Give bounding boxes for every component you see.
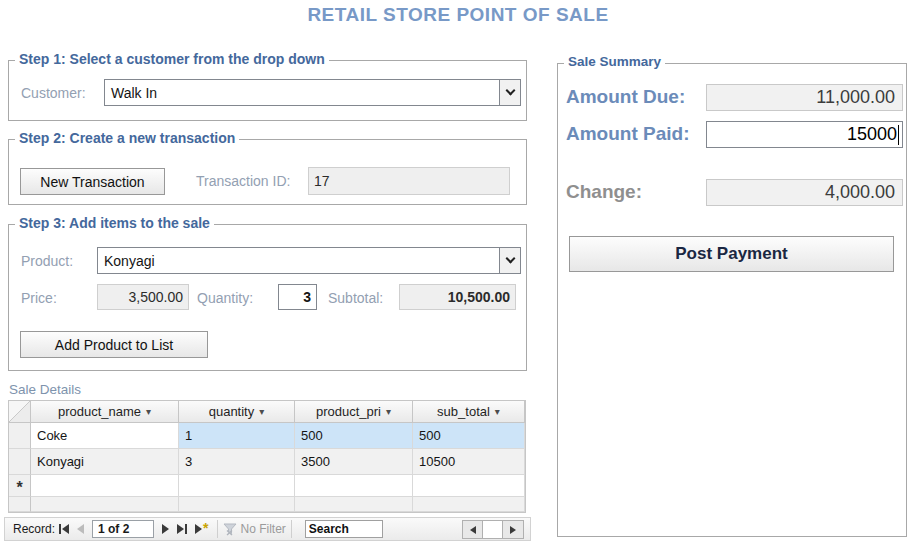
amount-paid-value: 15000 <box>847 124 897 145</box>
row-selector[interactable] <box>9 449 31 475</box>
amount-due-label: Amount Due: <box>566 86 685 108</box>
column-header-sub-total[interactable]: sub_total▾ <box>413 401 525 423</box>
amount-paid-field[interactable]: 15000 <box>706 121 903 148</box>
first-record-button[interactable] <box>59 524 69 534</box>
no-filter-label: No Filter <box>240 522 285 536</box>
new-record-button[interactable]: * <box>195 523 208 536</box>
column-dropdown-icon[interactable]: ▾ <box>146 406 151 417</box>
next-record-button[interactable] <box>162 524 169 534</box>
table-corner-cell[interactable] <box>9 401 31 423</box>
column-dropdown-icon[interactable]: ▾ <box>495 406 500 417</box>
table-filler-row <box>9 497 525 512</box>
transaction-id-field: 17 <box>308 167 510 195</box>
column-header-quantity[interactable]: quantity▾ <box>179 401 295 423</box>
divider <box>291 520 292 538</box>
transaction-id-label: Transaction ID: <box>196 173 290 189</box>
cell-product-pri[interactable]: 3500 <box>295 449 413 475</box>
cell-empty[interactable] <box>179 475 295 497</box>
no-filter-icon[interactable] <box>223 522 237 536</box>
subtotal-label: Subtotal: <box>328 290 383 306</box>
scrollbar-thumb[interactable] <box>483 521 503 538</box>
next-record-icon <box>162 524 169 534</box>
horizontal-scrollbar[interactable] <box>462 520 524 539</box>
table-new-row[interactable]: * <box>9 475 525 497</box>
sale-details-label: Sale Details <box>9 382 81 397</box>
cell-product-name[interactable]: Coke <box>31 423 179 449</box>
scroll-right-button[interactable] <box>503 521 523 538</box>
column-dropdown-icon[interactable]: ▾ <box>386 406 391 417</box>
last-record-button[interactable] <box>177 524 187 534</box>
row-selector[interactable] <box>9 423 31 449</box>
cell-sub-total[interactable]: 500 <box>413 423 525 449</box>
new-record-star-icon: * <box>203 520 208 536</box>
amount-paid-label: Amount Paid: <box>566 123 690 145</box>
text-caret <box>898 125 899 145</box>
divider <box>217 520 218 538</box>
table-row[interactable]: Konyagi 3 3500 10500 <box>9 449 525 475</box>
scroll-left-button[interactable] <box>463 521 483 538</box>
customer-value: Walk In <box>105 85 499 101</box>
row-selector <box>9 497 31 512</box>
step2-legend: Step 2: Create a new transaction <box>15 130 239 146</box>
table-header-row: product_name▾ quantity▾ product_pri▾ sub… <box>9 401 525 423</box>
cell-product-pri[interactable]: 500 <box>295 423 413 449</box>
previous-record-icon <box>77 524 84 534</box>
scroll-left-icon <box>470 526 476 534</box>
product-label: Product: <box>21 253 73 269</box>
page-title: RETAIL STORE POINT OF SALE <box>0 4 916 26</box>
first-record-icon <box>59 524 61 534</box>
cell-quantity[interactable]: 1 <box>179 423 295 449</box>
previous-record-button[interactable] <box>77 524 84 534</box>
cell-quantity[interactable]: 3 <box>179 449 295 475</box>
step1-legend: Step 1: Select a customer from the drop … <box>15 51 329 67</box>
search-input[interactable] <box>305 520 383 538</box>
subtotal-field: 10,500.00 <box>399 284 516 310</box>
cell-sub-total[interactable]: 10500 <box>413 449 525 475</box>
cell-product-name[interactable]: Konyagi <box>31 449 179 475</box>
price-field: 3,500.00 <box>97 284 189 310</box>
cell-empty <box>413 497 525 512</box>
cell-empty[interactable] <box>413 475 525 497</box>
post-payment-button[interactable]: Post Payment <box>569 236 894 272</box>
product-dropdown-button[interactable] <box>499 248 520 273</box>
customer-label: Customer: <box>21 85 86 101</box>
add-product-button[interactable]: Add Product to List <box>20 331 208 358</box>
customer-dropdown-button[interactable] <box>499 80 520 105</box>
cell-empty <box>179 497 295 512</box>
price-label: Price: <box>21 290 57 306</box>
chevron-down-icon <box>505 254 515 264</box>
record-position-box[interactable]: 1 of 2 <box>92 520 154 538</box>
new-transaction-button[interactable]: New Transaction <box>20 168 165 195</box>
table-row[interactable]: Coke 1 500 500 <box>9 423 525 449</box>
column-header-product-name[interactable]: product_name▾ <box>31 401 179 423</box>
pos-form: RETAIL STORE POINT OF SALE Step 1: Selec… <box>0 0 916 554</box>
column-dropdown-icon[interactable]: ▾ <box>259 406 264 417</box>
last-record-icon <box>177 524 184 534</box>
change-field: 4,000.00 <box>706 179 903 206</box>
cell-empty[interactable] <box>31 475 179 497</box>
quantity-label: Quantity: <box>197 290 253 306</box>
product-value: Konyagi <box>98 253 499 269</box>
step3-legend: Step 3: Add items to the sale <box>15 215 214 231</box>
chevron-down-icon <box>505 86 515 96</box>
cell-empty <box>31 497 179 512</box>
record-navigation-bar: Record: 1 of 2 * No Filter <box>4 517 531 541</box>
change-label: Change: <box>566 181 642 203</box>
cell-empty <box>295 497 413 512</box>
customer-combobox[interactable]: Walk In <box>104 79 521 106</box>
new-record-marker: * <box>9 475 31 497</box>
record-label: Record: <box>13 522 55 536</box>
amount-due-field: 11,000.00 <box>706 84 903 111</box>
cell-empty[interactable] <box>295 475 413 497</box>
product-combobox[interactable]: Konyagi <box>97 247 521 274</box>
scroll-right-icon <box>510 526 516 534</box>
sale-details-table: product_name▾ quantity▾ product_pri▾ sub… <box>8 400 526 513</box>
sale-summary-legend: Sale Summary <box>564 54 665 69</box>
quantity-field[interactable]: 3 <box>278 284 317 310</box>
column-header-product-pri[interactable]: product_pri▾ <box>295 401 413 423</box>
